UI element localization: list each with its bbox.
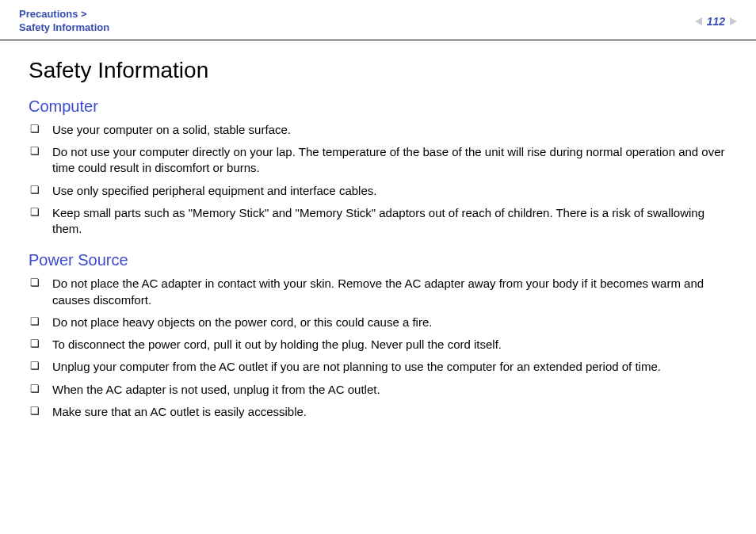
list-item: Unplug your computer from the AC outlet … xyxy=(29,359,727,375)
list-item: Keep small parts such as "Memory Stick" … xyxy=(29,205,727,238)
section-heading-power-source: Power Source xyxy=(29,251,727,269)
list-item: To disconnect the power cord, pull it ou… xyxy=(29,337,727,353)
breadcrumb-line2: Safety Information xyxy=(19,21,109,35)
list-item: Do not use your computer directly on you… xyxy=(29,144,727,177)
page-nav: 112 xyxy=(695,15,737,28)
list-item: Do not place the AC adapter in contact w… xyxy=(29,276,727,308)
page-header: Precautions > Safety Information 112 xyxy=(0,5,756,40)
list-item: Make sure that an AC outlet is easily ac… xyxy=(29,404,727,420)
page: Precautions > Safety Information 112 Saf… xyxy=(0,0,756,534)
page-content: Safety Information Computer Use your com… xyxy=(0,40,756,420)
power-source-list: Do not place the AC adapter in contact w… xyxy=(29,276,727,420)
next-page-icon[interactable] xyxy=(730,17,737,25)
list-item: When the AC adapter is not used, unplug … xyxy=(29,382,727,398)
section-heading-computer: Computer xyxy=(29,97,727,116)
list-item: Use your computer on a solid, stable sur… xyxy=(29,122,727,138)
page-title: Safety Information xyxy=(29,58,727,83)
breadcrumb: Precautions > Safety Information xyxy=(19,8,109,35)
computer-list: Use your computer on a solid, stable sur… xyxy=(29,122,727,238)
breadcrumb-line1: Precautions > xyxy=(19,8,109,21)
page-number: 112 xyxy=(707,15,725,28)
list-item: Do not place heavy objects on the power … xyxy=(29,315,727,330)
prev-page-icon[interactable] xyxy=(695,17,702,25)
list-item: Use only specified peripheral equipment … xyxy=(29,183,727,199)
